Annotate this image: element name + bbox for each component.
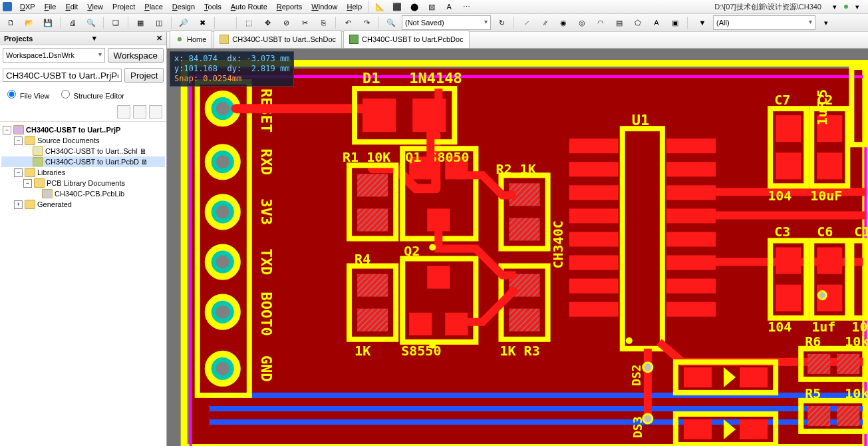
menu-edit[interactable]: Edit [61, 1, 82, 12]
svg-rect-2 [190, 69, 866, 446]
svg-text:GND: GND [258, 355, 275, 382]
svg-text:DS2: DS2 [629, 364, 643, 386]
arc-icon[interactable]: ◠ [593, 15, 609, 31]
open-icon[interactable]: 📂 [21, 15, 37, 31]
find-icon[interactable]: 🔎 [176, 15, 192, 31]
save-icon[interactable]: 💾 [40, 15, 56, 31]
move-icon[interactable]: ✥ [259, 15, 275, 31]
pcb-canvas[interactable]: x: 84.074 dx: -3.073 mm y:101.168 dy: 2.… [167, 49, 868, 446]
menu-place[interactable]: Place [140, 1, 167, 12]
structure-editor-radio[interactable]: Structure Editor [58, 88, 124, 100]
help-icon[interactable]: ▾ [849, 0, 865, 15]
tree-toggle[interactable]: − [14, 136, 23, 145]
tab-sch[interactable]: CH340C-USBT to Uart..SchDoc [214, 30, 342, 48]
toolbar-pad-icon[interactable]: ⬛ [389, 0, 405, 15]
deselect-icon[interactable]: ⊘ [278, 15, 294, 31]
cut-icon[interactable]: ✂ [297, 15, 313, 31]
svg-text:U1: U1 [632, 112, 650, 128]
svg-rect-120 [684, 367, 712, 387]
filter-icon[interactable]: ▼ [694, 15, 710, 31]
quick-icon-1[interactable] [117, 105, 130, 118]
svg-text:C1: C1 [854, 224, 868, 240]
redo-icon[interactable]: ↷ [359, 15, 374, 31]
menu-project[interactable]: Project [108, 1, 139, 12]
svg-rect-72 [569, 302, 619, 317]
svg-rect-73 [666, 138, 716, 153]
string-icon[interactable]: A [649, 15, 664, 31]
panel-close-icon[interactable]: ✕ [156, 34, 162, 43]
saved-state-select[interactable]: (Not Saved) [402, 15, 491, 30]
toolbar-poly-icon[interactable]: ▧ [424, 0, 440, 15]
svg-text:C6: C6 [817, 224, 833, 240]
toolbar: 🗋 📂 💾 🖨 🔍 ❏ ▦ ◫ 🔎 ✖ ⬚ ✥ ⊘ ✂ ⎘ ↶ ↷ 🔍 (Not… [0, 14, 868, 32]
comp-icon[interactable]: ▣ [667, 15, 683, 31]
svg-rect-79 [666, 279, 716, 294]
svg-text:10uF: 10uF [810, 188, 842, 204]
tree-libdocs[interactable]: PCB Library Documents [47, 179, 125, 187]
panel-options-icon[interactable]: ▾ [92, 34, 96, 43]
diff-icon[interactable]: ⫽ [537, 15, 553, 31]
tree-toggle[interactable]: − [23, 179, 32, 188]
quick-icon-2[interactable] [133, 105, 146, 118]
refresh-icon[interactable]: ↻ [494, 15, 509, 31]
menu-autoroute[interactable]: Auto Route [227, 1, 271, 12]
project-button[interactable]: Project [124, 68, 164, 83]
toolbar-text-icon[interactable]: A [441, 0, 457, 15]
project-path-input[interactable] [3, 69, 122, 82]
quick-icon-3[interactable] [149, 105, 162, 118]
tree-pcb[interactable]: CH340C-USBT to Uart.PcbD [45, 158, 139, 166]
new-icon[interactable]: 🗋 [3, 15, 19, 31]
dropdown-icon[interactable]: ▾ [827, 0, 843, 15]
zoom-icon[interactable]: 🔍 [383, 15, 399, 31]
copy-icon[interactable]: ⎘ [315, 15, 331, 31]
tree-sch[interactable]: CH340C-USBT to Uart..Schl [45, 147, 138, 155]
tree-toggle[interactable]: + [14, 200, 23, 209]
doc-mod-icon: 🗎 [140, 147, 147, 155]
preview-icon[interactable]: 🔍 [83, 15, 99, 31]
svg-point-134 [643, 414, 652, 423]
tree-pcblib[interactable]: CH340C-PCB.PcbLib [55, 190, 124, 198]
filter-select[interactable]: (All) [713, 15, 815, 30]
layers-icon[interactable]: ❏ [108, 15, 124, 31]
pad2-icon[interactable]: ◉ [555, 15, 571, 31]
3d-icon[interactable]: ◫ [151, 15, 167, 31]
menu-dxp[interactable]: DDXPXP [16, 1, 39, 12]
undo-icon[interactable]: ↶ [340, 15, 356, 31]
via2-icon[interactable]: ◎ [574, 15, 590, 31]
project-icon [13, 125, 24, 134]
tab-pcb[interactable]: CH340C-USBT to Uart.PcbDoc [343, 30, 470, 48]
tree-toggle[interactable]: − [3, 126, 11, 134]
tree-project[interactable]: CH340C-USBT to Uart..PrjP [26, 126, 120, 134]
toolbar-more-icon[interactable]: ⋯ [458, 0, 474, 15]
print-icon[interactable]: 🖨 [65, 15, 80, 31]
svg-point-19 [216, 306, 229, 319]
menu-file[interactable]: File [41, 1, 61, 12]
toolbar-via-icon[interactable]: ⬤ [406, 0, 422, 15]
menu-reports[interactable]: Reports [273, 1, 307, 12]
fill-icon[interactable]: ▤ [611, 15, 627, 31]
select-icon[interactable]: ⬚ [241, 15, 257, 31]
tree-gen[interactable]: Generated [37, 200, 72, 208]
workspace-button[interactable]: Workspace [108, 48, 164, 63]
menu-tools[interactable]: Tools [200, 1, 225, 12]
tree-lib[interactable]: Libraries [37, 168, 65, 176]
apply-icon[interactable]: ▾ [818, 15, 834, 31]
board-icon[interactable]: ▦ [132, 15, 148, 31]
track-icon[interactable]: ⟋ [518, 15, 534, 31]
menu-window[interactable]: Window [307, 1, 341, 12]
clear-icon[interactable]: ✖ [194, 15, 210, 31]
poly2-icon[interactable]: ⬠ [630, 15, 646, 31]
tree-toggle[interactable]: − [14, 168, 23, 177]
file-view-radio[interactable]: File View [4, 88, 50, 100]
tree-src[interactable]: Source Documents [37, 136, 100, 144]
svg-rect-69 [569, 232, 619, 246]
tab-home[interactable]: Home [170, 30, 212, 48]
svg-text:TXD: TXD [258, 249, 275, 276]
workspace-select[interactable]: Workspace1.DsnWrk [3, 48, 105, 63]
menu-design[interactable]: Design [168, 1, 199, 12]
toolbar-route-icon[interactable]: 📐 [372, 0, 388, 15]
svg-text:1uF: 1uF [814, 101, 830, 125]
menu-help[interactable]: Help [343, 1, 366, 12]
svg-rect-76 [666, 208, 716, 223]
menu-view[interactable]: View [83, 1, 107, 12]
